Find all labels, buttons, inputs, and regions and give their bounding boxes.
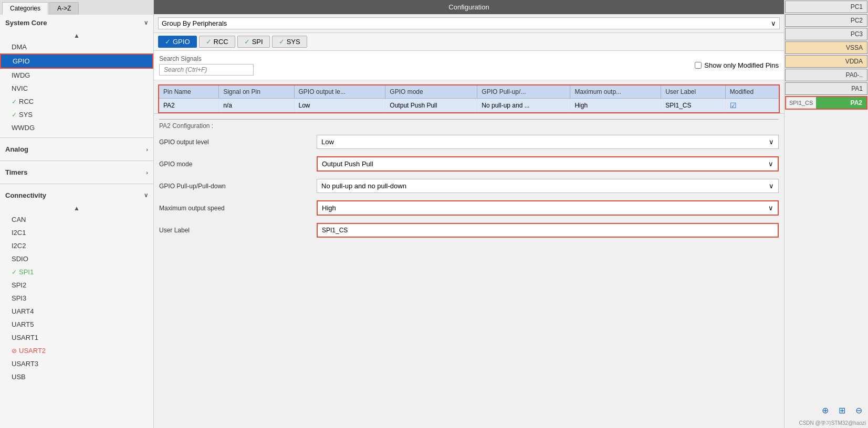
tab-gpio[interactable]: ✓ GPIO	[158, 36, 197, 48]
config-row-user-label: User Label	[159, 223, 779, 238]
cell-pin-name: PA2	[159, 99, 219, 113]
watermark: CSDN @学习STM32@haozi	[785, 419, 868, 428]
config-title: Configuration	[154, 0, 784, 14]
config-row-gpio-mode: GPIO mode Output Push Pull ∨	[159, 156, 779, 172]
sidebar-item-wwdg[interactable]: WWDG	[0, 121, 153, 134]
bottom-icons: ⊕ ⊞ ⊖	[785, 402, 868, 419]
col-gpio-mode: GPIO mode	[385, 85, 477, 99]
sidebar-item-usart2[interactable]: ⊘ USART2	[0, 344, 153, 357]
chip-pin-pa2[interactable]: PA2	[816, 97, 866, 109]
label-user-label: User Label	[159, 227, 317, 234]
chip-pin-vssa[interactable]: VSSA	[785, 41, 867, 54]
check-icon: ✓	[12, 111, 17, 119]
chevron-down-icon: ∨	[769, 182, 774, 190]
check-icon: ✓	[206, 38, 212, 46]
col-user-label: User Label	[661, 85, 726, 99]
scroll-up-arrow-connectivity[interactable]: ▲	[0, 204, 153, 213]
sidebar-item-spi1[interactable]: ✓ SPI1	[0, 265, 153, 279]
label-max-speed: Maximum output speed	[159, 205, 317, 212]
show-modified-label: Show only Modified Pins	[704, 61, 779, 69]
fit-icon[interactable]: ⊞	[835, 404, 848, 416]
modified-check-icon: ☑	[730, 101, 737, 110]
show-modified-checkbox[interactable]	[695, 62, 702, 69]
gpio-pull-select[interactable]: No pull-up and no pull-down ∨	[317, 179, 779, 193]
sidebar-item-i2c2[interactable]: I2C2	[0, 239, 153, 252]
chevron-down-icon: ∨	[769, 138, 774, 146]
max-speed-select[interactable]: High ∨	[318, 201, 778, 215]
check-icon: ✓	[279, 38, 285, 46]
search-label: Search Signals	[159, 55, 254, 62]
tab-rcc[interactable]: ✓ RCC	[199, 36, 235, 48]
table-row[interactable]: PA2 n/a Low Output Push Pull No pull-up …	[159, 99, 779, 113]
config-row-max-speed: Maximum output speed High ∨	[159, 200, 779, 216]
sidebar-item-dma[interactable]: DMA	[0, 40, 153, 54]
group-by-select[interactable]: Group By Peripherals ∨	[158, 17, 780, 29]
search-input[interactable]	[159, 64, 254, 76]
chip-pin-pa1[interactable]: PA1	[785, 82, 867, 95]
col-gpio-pull: GPIO Pull-up/...	[477, 85, 570, 99]
zoom-out-icon[interactable]: ⊖	[852, 404, 865, 416]
label-gpio-output-level: GPIO output level	[159, 138, 317, 146]
check-icon: ✓	[244, 38, 250, 46]
pa2-config-section: PA2 Configuration : GPIO output level Lo…	[154, 113, 784, 428]
chip-pin-pc3[interactable]: PC3	[785, 28, 867, 40]
col-max-output-speed: Maximum outp...	[570, 85, 661, 99]
tab-spi[interactable]: ✓ SPI	[237, 36, 270, 48]
label-gpio-mode: GPIO mode	[159, 160, 317, 168]
scroll-up-arrow[interactable]: ▲	[0, 31, 153, 40]
user-label-input[interactable]	[317, 223, 779, 238]
config-row-gpio-output-level: GPIO output level Low ∨	[159, 135, 779, 149]
col-modified: Modified	[725, 85, 779, 99]
sidebar-tab-bar: Categories A->Z	[0, 0, 153, 15]
max-speed-container: High ∨	[317, 200, 779, 216]
col-pin-name: Pin Name	[159, 85, 219, 99]
sidebar-item-uart5[interactable]: UART5	[0, 318, 153, 331]
tabs-bar: ✓ GPIO ✓ RCC ✓ SPI ✓ SYS	[154, 33, 784, 51]
cell-user-label: SPI1_CS	[661, 99, 726, 113]
section-timers[interactable]: Timers ›	[0, 164, 153, 180]
sidebar-item-usb[interactable]: USB	[0, 370, 153, 383]
sidebar-item-spi3[interactable]: SPI3	[0, 292, 153, 305]
chip-pin-pc2[interactable]: PC2	[785, 14, 867, 27]
sidebar-item-usart3[interactable]: USART3	[0, 357, 153, 370]
sidebar-item-rcc[interactable]: ✓ RCC	[0, 95, 153, 108]
sidebar-item-i2c1[interactable]: I2C1	[0, 226, 153, 239]
section-system-core[interactable]: System Core ∨	[0, 15, 153, 31]
sidebar-item-gpio[interactable]: GPIO	[0, 54, 153, 69]
chevron-down-icon: ∨	[144, 19, 148, 26]
sidebar-item-spi2[interactable]: SPI2	[0, 279, 153, 292]
gpio-output-level-select[interactable]: Low ∨	[317, 135, 779, 149]
tab-az[interactable]: A->Z	[49, 2, 79, 15]
chevron-right-icon: ›	[146, 146, 148, 153]
sidebar-item-sdio[interactable]: SDIO	[0, 252, 153, 265]
chip-pin-pa0[interactable]: PA0-..	[785, 69, 867, 81]
main-content: Configuration Group By Peripherals ∨ ✓ G…	[154, 0, 784, 428]
config-row-gpio-pull: GPIO Pull-up/Pull-down No pull-up and no…	[159, 179, 779, 193]
sidebar-item-usart1[interactable]: USART1	[0, 331, 153, 344]
zoom-in-icon[interactable]: ⊕	[819, 404, 831, 416]
sidebar-item-sys[interactable]: ✓ SYS	[0, 108, 153, 121]
error-icon: ⊘	[12, 347, 17, 355]
sidebar-item-nvic[interactable]: NVIC	[0, 82, 153, 95]
cell-signal-on-pin: n/a	[219, 99, 294, 113]
sidebar-item-uart4[interactable]: UART4	[0, 305, 153, 318]
gpio-table: Pin Name Signal on Pin GPIO output le...…	[158, 84, 780, 113]
sidebar-item-iwdg[interactable]: IWDG	[0, 69, 153, 82]
gpio-mode-select[interactable]: Output Push Pull ∨	[317, 156, 779, 172]
chip-pin-pc1[interactable]: PC1	[785, 1, 867, 13]
check-icon: ✓	[12, 269, 17, 276]
cell-modified: ☑	[725, 99, 779, 113]
gpio-table-container: Pin Name Signal on Pin GPIO output le...…	[154, 80, 784, 113]
chevron-down-icon: ∨	[144, 192, 148, 199]
separator	[0, 137, 153, 138]
section-connectivity[interactable]: Connectivity ∨	[0, 187, 153, 204]
check-icon: ✓	[165, 38, 171, 46]
sidebar-item-can[interactable]: CAN	[0, 213, 153, 226]
tab-categories[interactable]: Categories	[2, 2, 48, 15]
section-analog[interactable]: Analog ›	[0, 141, 153, 157]
cell-gpio-mode: Output Push Pull	[385, 99, 477, 113]
chip-pin-vdda[interactable]: VDDA	[785, 55, 867, 68]
chip-pin-pa2-row: SPI1_CS PA2	[785, 96, 867, 110]
tab-sys[interactable]: ✓ SYS	[272, 36, 307, 48]
pa2-spi-label: SPI1_CS	[786, 100, 816, 106]
